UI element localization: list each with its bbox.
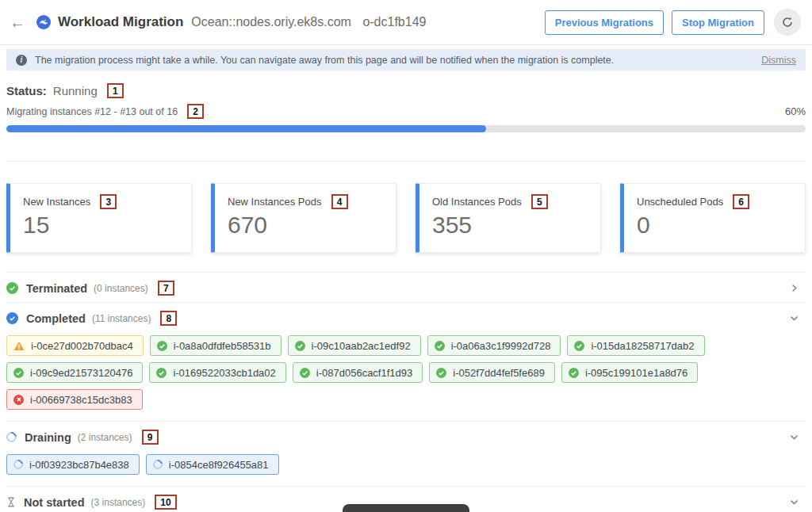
instance-id: i-0f03923bc87b4e838 xyxy=(29,459,129,471)
sections: Terminated(0 instances)7Completed(11 ins… xyxy=(6,272,806,512)
instance-chip[interactable]: i-015da18258717dab2 xyxy=(567,335,704,356)
info-icon: i xyxy=(16,55,27,66)
workload-migration-page: ← Workload Migration Ocean::nodes.oriy.e… xyxy=(0,0,812,512)
card-label: New Instances Pods xyxy=(228,196,322,208)
section-count: (0 instances) xyxy=(94,283,148,294)
bottom-toast-partial xyxy=(343,504,469,512)
status-row: Status: Running 1 xyxy=(6,83,806,98)
instance-chips: i-0ce27d002b70dbac4i-0a8a0dfdfeb58531bi-… xyxy=(6,332,806,421)
check-icon xyxy=(156,368,167,378)
banner-text: The migration process might take a while… xyxy=(35,55,614,66)
instance-id: i-0169522033cb1da02 xyxy=(173,367,275,379)
section-title: Not started xyxy=(24,496,85,509)
progress-caption-row: Migrating instances #12 - #13 out of 16 … xyxy=(6,104,806,119)
annotation-box-8: 8 xyxy=(160,311,177,326)
chevron-right-icon[interactable] xyxy=(789,283,799,293)
card-label: New Instances xyxy=(23,196,90,208)
instance-id: i-0a06a3c1f9992d728 xyxy=(451,340,551,352)
section-completed: Completed(11 instances)8i-0ce27d002b70db… xyxy=(6,302,806,421)
cluster-name: Ocean::nodes.oriy.ek8s.com xyxy=(191,15,351,29)
instance-chips: i-0f03923bc87b4e838i-0854ce8f926455a81 xyxy=(6,451,806,486)
status-value: Running xyxy=(53,84,98,97)
card-value: 0 xyxy=(637,212,792,239)
hourglass-icon xyxy=(6,497,16,507)
instance-chip[interactable]: i-052f7dd4fef5fe689 xyxy=(429,362,555,383)
instance-id: i-09c9ed21573120476 xyxy=(30,367,132,379)
section-header[interactable]: Terminated(0 instances)7 xyxy=(6,273,806,302)
refresh-button[interactable] xyxy=(774,9,801,36)
status-label: Status: xyxy=(6,84,47,97)
annotation-box-1: 1 xyxy=(107,83,124,98)
section-count: (3 instances) xyxy=(91,497,146,508)
annotation-box-3: 3 xyxy=(100,194,117,209)
instance-chip[interactable]: i-095c199101e1a8d76 xyxy=(561,362,698,383)
summary-card: Old Instances Pods5355 xyxy=(416,183,601,253)
check-icon xyxy=(435,341,445,351)
summary-card: New Instances Pods4670 xyxy=(211,183,396,253)
progress-percent: 60% xyxy=(785,105,806,117)
chevron-down-icon[interactable] xyxy=(789,497,799,507)
cluster-subtitle: Ocean::nodes.oriy.ek8s.com o-dc1fb149 xyxy=(191,15,426,29)
section-terminated: Terminated(0 instances)7 xyxy=(6,272,806,302)
card-label: Unscheduled Pods xyxy=(637,196,723,208)
section-count: (2 instances) xyxy=(78,432,132,443)
card-label-row: New Instances Pods4 xyxy=(228,194,383,209)
instance-id: i-095c199101e1a8d76 xyxy=(585,367,688,379)
instance-id: i-0854ce8f926455a81 xyxy=(169,459,269,471)
instance-chip[interactable]: i-0a8a0dfdfeb58531b xyxy=(150,335,282,356)
instance-chip[interactable]: i-00669738c15dc3b83 xyxy=(6,389,143,410)
chevron-down-icon[interactable] xyxy=(789,313,799,323)
instance-chip[interactable]: i-0a06a3c1f9992d728 xyxy=(427,335,561,356)
instance-id: i-015da18258717dab2 xyxy=(591,340,694,352)
instance-chip[interactable]: i-0f03923bc87b4e838 xyxy=(6,454,140,475)
instance-id: i-0ce27d002b70dbac4 xyxy=(31,340,133,352)
instance-id: i-0a8a0dfdfeb58531b xyxy=(174,340,271,352)
chevron-down-icon[interactable] xyxy=(789,432,799,442)
instance-chip[interactable]: i-0854ce8f926455a81 xyxy=(146,454,279,475)
instance-id: i-00669738c15dc3b83 xyxy=(30,394,132,406)
annotation-box-5: 5 xyxy=(531,194,548,209)
section-title: Completed xyxy=(26,312,86,325)
ocean-resource-id: o-dc1fb149 xyxy=(362,15,426,29)
card-label-row: New Instances3 xyxy=(23,194,178,209)
instance-chip[interactable]: i-087d056cacf1f1d93 xyxy=(293,362,423,383)
instance-id: i-087d056cacf1f1d93 xyxy=(316,367,412,379)
dismiss-link[interactable]: Dismiss xyxy=(761,55,796,66)
error-icon xyxy=(13,395,24,405)
previous-migrations-button[interactable]: Previous Migrations xyxy=(545,10,664,35)
check-icon xyxy=(6,282,18,294)
summary-card: New Instances315 xyxy=(6,183,192,253)
spinner-icon xyxy=(151,458,164,472)
check-icon xyxy=(157,341,167,351)
instance-chip[interactable]: i-0169522033cb1da02 xyxy=(149,362,285,383)
annotation-box-9: 9 xyxy=(142,430,159,445)
check-icon xyxy=(6,312,18,324)
check-icon xyxy=(436,368,446,378)
section-title: Draining xyxy=(25,431,71,444)
page-title: Workload Migration xyxy=(58,14,183,30)
instance-chip[interactable]: i-0ce27d002b70dbac4 xyxy=(6,335,144,356)
check-icon xyxy=(569,368,579,378)
section-header[interactable]: Draining(2 instances)9 xyxy=(6,422,806,451)
card-label: Old Instances Pods xyxy=(432,196,522,208)
stop-migration-button[interactable]: Stop Migration xyxy=(672,10,764,35)
instance-id: i-052f7dd4fef5fe689 xyxy=(453,367,545,379)
annotation-box-10: 10 xyxy=(155,495,176,510)
check-icon xyxy=(300,368,310,378)
back-arrow-icon[interactable]: ← xyxy=(10,14,25,30)
card-value: 355 xyxy=(432,212,588,239)
instance-chip[interactable]: i-09c9ed21573120476 xyxy=(6,362,143,383)
summary-card: Unscheduled Pods60 xyxy=(620,183,806,253)
spinner-icon xyxy=(12,458,25,472)
section-draining: Draining(2 instances)9i-0f03923bc87b4e83… xyxy=(6,421,806,486)
instance-chip[interactable]: i-09c10aab2ac1edf92 xyxy=(288,335,421,356)
progress-bar-fill xyxy=(6,125,486,132)
section-header[interactable]: Completed(11 instances)8 xyxy=(6,303,806,332)
check-icon xyxy=(13,368,24,378)
card-value: 15 xyxy=(23,212,178,239)
card-label-row: Old Instances Pods5 xyxy=(432,194,588,209)
refresh-icon xyxy=(781,16,794,29)
instance-id: i-09c10aab2ac1edf92 xyxy=(312,340,411,352)
annotation-box-7: 7 xyxy=(158,281,174,296)
check-icon xyxy=(574,341,584,351)
